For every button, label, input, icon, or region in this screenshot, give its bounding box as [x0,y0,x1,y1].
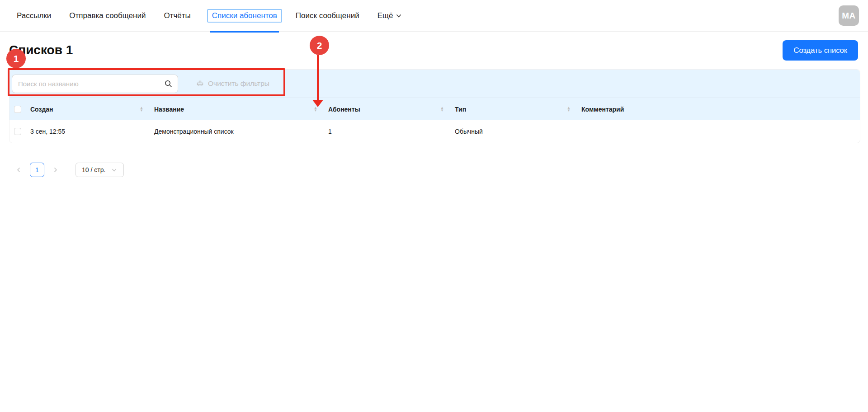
search-button[interactable] [158,75,178,93]
chevron-right-icon [53,167,58,173]
cell-name: Демонстрационный список [150,120,324,143]
avatar[interactable]: MA [839,5,859,26]
cell-subscribers: 1 [324,120,450,143]
tab-subscriber-lists-label: Списки абонентов [207,9,282,23]
tab-reports[interactable]: Отчёты [164,0,190,32]
column-label-type: Тип [455,106,466,113]
tab-send-messages-label: Отправка сообщений [69,9,146,22]
lists-panel: Очистить фильтры Создан ▲▼ Название ▲▼ А… [9,69,860,143]
column-label-comment: Комментарий [581,106,624,113]
tab-message-search-label: Поиск сообщений [296,9,359,22]
tab-more[interactable]: Ещё [377,0,402,32]
tab-message-search[interactable]: Поиск сообщений [296,0,359,32]
page-1-button[interactable]: 1 [30,163,44,177]
tab-mailings[interactable]: Рассылки [17,0,51,32]
magnifier-icon [164,80,172,88]
next-page-button[interactable] [48,163,63,177]
broom-icon [196,80,204,88]
clear-filters-label: Очистить фильтры [208,80,269,88]
tab-mailings-label: Рассылки [17,9,51,22]
tab-reports-label: Отчёты [164,9,190,22]
tab-subscriber-lists[interactable]: Списки абонентов [207,0,282,32]
page-size-select[interactable]: 10 / стр. [75,163,124,177]
create-list-button[interactable]: Создать список [783,40,858,61]
tab-more-label: Ещё [377,9,393,22]
column-label-created: Создан [30,106,53,113]
table-row[interactable]: 3 сен, 12:55 Демонстрационный список 1 О… [9,120,860,143]
page-size-value: 10 / стр. [82,166,105,173]
prev-page-button[interactable] [11,163,26,177]
chevron-left-icon [16,167,21,173]
pagination: 1 10 / стр. [11,163,124,177]
cell-name-value: Демонстрационный список [154,128,234,135]
sort-created-icon[interactable]: ▲▼ [140,107,143,112]
column-label-name: Название [154,106,184,113]
sort-type-icon[interactable]: ▲▼ [567,107,571,112]
select-all-cell [9,98,26,120]
search-input[interactable] [12,75,158,93]
search-group [12,75,178,93]
table-header-row: Создан ▲▼ Название ▲▼ Абоненты ▲▼ Тип ▲▼… [9,98,860,120]
column-header-name[interactable]: Название ▲▼ [150,98,324,120]
page-header: Списков 1 Создать список [9,40,858,61]
cell-created: 3 сен, 12:55 [26,120,150,143]
filter-bar: Очистить фильтры [9,70,860,98]
sort-name-icon[interactable]: ▲▼ [314,107,317,112]
cell-type: Обычный [450,120,577,143]
column-header-created[interactable]: Создан ▲▼ [26,98,150,120]
row-select-cell [9,120,26,143]
cell-type-value: Обычный [455,128,483,135]
column-label-subscribers: Абоненты [328,106,360,113]
select-all-checkbox[interactable] [14,106,21,113]
chevron-down-icon [112,168,117,173]
cell-created-value: 3 сен, 12:55 [30,128,65,135]
cell-comment [577,120,860,143]
sort-subscribers-icon[interactable]: ▲▼ [440,107,444,112]
column-header-subscribers[interactable]: Абоненты ▲▼ [324,98,450,120]
row-checkbox[interactable] [14,128,21,135]
top-navbar: Рассылки Отправка сообщений Отчёты Списк… [0,0,868,32]
cell-subscribers-value: 1 [328,128,332,135]
column-header-type[interactable]: Тип ▲▼ [450,98,577,120]
page-title: Списков 1 [9,43,73,57]
column-header-comment: Комментарий [577,98,860,120]
tab-send-messages[interactable]: Отправка сообщений [69,0,146,32]
chevron-down-icon [396,13,401,19]
clear-filters-button[interactable]: Очистить фильтры [196,80,269,88]
